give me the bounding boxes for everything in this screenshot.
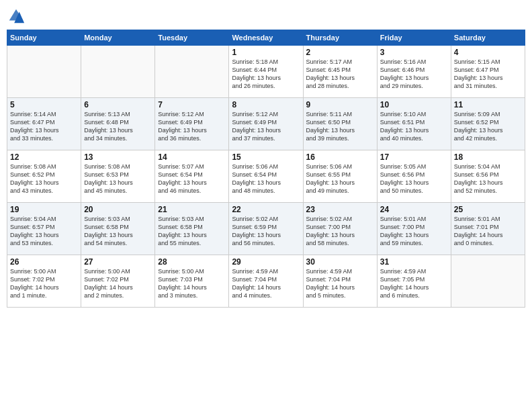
- weekday-header-wednesday: Wednesday: [229, 30, 303, 46]
- calendar-cell: 30Sunrise: 4:59 AM Sunset: 7:04 PM Dayli…: [303, 255, 377, 308]
- day-number: 18: [454, 152, 522, 162]
- calendar-cell: 31Sunrise: 4:59 AM Sunset: 7:05 PM Dayli…: [377, 255, 451, 308]
- day-info: Sunrise: 5:18 AM Sunset: 6:44 PM Dayligh…: [232, 58, 300, 91]
- day-info: Sunrise: 5:04 AM Sunset: 6:56 PM Dayligh…: [454, 163, 522, 195]
- day-info: Sunrise: 5:00 AM Sunset: 7:03 PM Dayligh…: [158, 267, 226, 300]
- day-info: Sunrise: 4:59 AM Sunset: 7:05 PM Dayligh…: [380, 267, 448, 300]
- day-number: 28: [158, 257, 226, 267]
- calendar-cell: 19Sunrise: 5:04 AM Sunset: 6:57 PM Dayli…: [7, 203, 81, 255]
- calendar-cell: [81, 46, 155, 98]
- calendar-cell: 21Sunrise: 5:03 AM Sunset: 6:58 PM Dayli…: [155, 203, 229, 255]
- calendar-cell: 28Sunrise: 5:00 AM Sunset: 7:03 PM Dayli…: [155, 255, 229, 308]
- calendar: SundayMondayTuesdayWednesdayThursdayFrid…: [7, 30, 525, 308]
- day-number: 23: [306, 205, 374, 214]
- calendar-cell: 29Sunrise: 4:59 AM Sunset: 7:04 PM Dayli…: [229, 255, 303, 308]
- calendar-cell: 1Sunrise: 5:18 AM Sunset: 6:44 PM Daylig…: [229, 46, 303, 98]
- day-number: 29: [232, 257, 300, 267]
- day-info: Sunrise: 5:06 AM Sunset: 6:54 PM Dayligh…: [232, 163, 300, 195]
- calendar-cell: 14Sunrise: 5:07 AM Sunset: 6:54 PM Dayli…: [155, 150, 229, 203]
- calendar-cell: 25Sunrise: 5:01 AM Sunset: 7:01 PM Dayli…: [451, 203, 525, 255]
- day-info: Sunrise: 4:59 AM Sunset: 7:04 PM Dayligh…: [306, 267, 374, 300]
- calendar-cell: 8Sunrise: 5:12 AM Sunset: 6:49 PM Daylig…: [229, 98, 303, 150]
- calendar-cell: 23Sunrise: 5:02 AM Sunset: 7:00 PM Dayli…: [303, 203, 377, 255]
- calendar-cell: 7Sunrise: 5:12 AM Sunset: 6:49 PM Daylig…: [155, 98, 229, 150]
- day-number: 16: [306, 152, 374, 162]
- calendar-cell: 12Sunrise: 5:08 AM Sunset: 6:52 PM Dayli…: [7, 150, 81, 203]
- day-info: Sunrise: 5:07 AM Sunset: 6:54 PM Dayligh…: [158, 163, 226, 195]
- day-info: Sunrise: 5:12 AM Sunset: 6:49 PM Dayligh…: [158, 110, 226, 143]
- day-number: 17: [380, 152, 448, 162]
- day-number: 4: [454, 48, 522, 57]
- day-number: 13: [84, 152, 152, 162]
- day-info: Sunrise: 5:03 AM Sunset: 6:58 PM Dayligh…: [84, 215, 152, 248]
- day-number: 5: [10, 100, 78, 109]
- calendar-cell: 13Sunrise: 5:08 AM Sunset: 6:53 PM Dayli…: [81, 150, 155, 203]
- day-info: Sunrise: 5:03 AM Sunset: 6:58 PM Dayligh…: [158, 215, 226, 248]
- day-number: 31: [380, 257, 448, 267]
- day-info: Sunrise: 5:08 AM Sunset: 6:53 PM Dayligh…: [84, 163, 152, 195]
- day-number: 26: [10, 257, 78, 267]
- calendar-cell: 3Sunrise: 5:16 AM Sunset: 6:46 PM Daylig…: [377, 46, 451, 98]
- day-info: Sunrise: 5:14 AM Sunset: 6:47 PM Dayligh…: [10, 110, 78, 143]
- calendar-cell: 16Sunrise: 5:06 AM Sunset: 6:55 PM Dayli…: [303, 150, 377, 203]
- day-number: 21: [158, 205, 226, 214]
- day-info: Sunrise: 5:17 AM Sunset: 6:45 PM Dayligh…: [306, 58, 374, 91]
- day-info: Sunrise: 5:02 AM Sunset: 7:00 PM Dayligh…: [306, 215, 374, 248]
- weekday-header-tuesday: Tuesday: [155, 30, 229, 46]
- day-number: 27: [84, 257, 152, 267]
- calendar-cell: 18Sunrise: 5:04 AM Sunset: 6:56 PM Dayli…: [451, 150, 525, 203]
- calendar-cell: 22Sunrise: 5:02 AM Sunset: 6:59 PM Dayli…: [229, 203, 303, 255]
- day-number: 3: [380, 48, 448, 57]
- calendar-cell: 24Sunrise: 5:01 AM Sunset: 7:00 PM Dayli…: [377, 203, 451, 255]
- calendar-cell: 11Sunrise: 5:09 AM Sunset: 6:52 PM Dayli…: [451, 98, 525, 150]
- weekday-header-thursday: Thursday: [303, 30, 377, 46]
- day-info: Sunrise: 5:00 AM Sunset: 7:02 PM Dayligh…: [84, 267, 152, 300]
- day-number: 19: [10, 205, 78, 214]
- day-info: Sunrise: 5:04 AM Sunset: 6:57 PM Dayligh…: [10, 215, 78, 248]
- day-info: Sunrise: 5:15 AM Sunset: 6:47 PM Dayligh…: [454, 58, 522, 91]
- day-info: Sunrise: 5:16 AM Sunset: 6:46 PM Dayligh…: [380, 58, 448, 91]
- calendar-cell: 6Sunrise: 5:13 AM Sunset: 6:48 PM Daylig…: [81, 98, 155, 150]
- day-info: Sunrise: 5:10 AM Sunset: 6:51 PM Dayligh…: [380, 110, 448, 143]
- calendar-cell: [155, 46, 229, 98]
- calendar-cell: [451, 255, 525, 308]
- day-number: 11: [454, 100, 522, 109]
- day-info: Sunrise: 5:01 AM Sunset: 7:01 PM Dayligh…: [454, 215, 522, 248]
- day-number: 12: [10, 152, 78, 162]
- calendar-cell: 2Sunrise: 5:17 AM Sunset: 6:45 PM Daylig…: [303, 46, 377, 98]
- day-info: Sunrise: 5:09 AM Sunset: 6:52 PM Dayligh…: [454, 110, 522, 143]
- day-number: 7: [158, 100, 226, 109]
- day-number: 30: [306, 257, 374, 267]
- day-number: 2: [306, 48, 374, 57]
- day-number: 8: [232, 100, 300, 109]
- calendar-cell: 17Sunrise: 5:05 AM Sunset: 6:56 PM Dayli…: [377, 150, 451, 203]
- day-number: 6: [84, 100, 152, 109]
- day-number: 25: [454, 205, 522, 214]
- day-info: Sunrise: 4:59 AM Sunset: 7:04 PM Dayligh…: [232, 267, 300, 300]
- calendar-cell: 4Sunrise: 5:15 AM Sunset: 6:47 PM Daylig…: [451, 46, 525, 98]
- calendar-cell: 27Sunrise: 5:00 AM Sunset: 7:02 PM Dayli…: [81, 255, 155, 308]
- calendar-cell: 26Sunrise: 5:00 AM Sunset: 7:02 PM Dayli…: [7, 255, 81, 308]
- day-info: Sunrise: 5:01 AM Sunset: 7:00 PM Dayligh…: [380, 215, 448, 248]
- weekday-header-sunday: Sunday: [7, 30, 81, 46]
- day-number: 20: [84, 205, 152, 214]
- calendar-cell: 20Sunrise: 5:03 AM Sunset: 6:58 PM Dayli…: [81, 203, 155, 255]
- weekday-header-friday: Friday: [377, 30, 451, 46]
- day-info: Sunrise: 5:05 AM Sunset: 6:56 PM Dayligh…: [380, 163, 448, 195]
- weekday-header-saturday: Saturday: [451, 30, 525, 46]
- calendar-cell: 10Sunrise: 5:10 AM Sunset: 6:51 PM Dayli…: [377, 98, 451, 150]
- day-info: Sunrise: 5:08 AM Sunset: 6:52 PM Dayligh…: [10, 163, 78, 195]
- day-number: 24: [380, 205, 448, 214]
- day-info: Sunrise: 5:12 AM Sunset: 6:49 PM Dayligh…: [232, 110, 300, 143]
- day-number: 15: [232, 152, 300, 162]
- calendar-cell: 5Sunrise: 5:14 AM Sunset: 6:47 PM Daylig…: [7, 98, 81, 150]
- day-number: 22: [232, 205, 300, 214]
- day-info: Sunrise: 5:06 AM Sunset: 6:55 PM Dayligh…: [306, 163, 374, 195]
- day-info: Sunrise: 5:11 AM Sunset: 6:50 PM Dayligh…: [306, 110, 374, 143]
- calendar-cell: 15Sunrise: 5:06 AM Sunset: 6:54 PM Dayli…: [229, 150, 303, 203]
- calendar-cell: 9Sunrise: 5:11 AM Sunset: 6:50 PM Daylig…: [303, 98, 377, 150]
- day-number: 1: [232, 48, 300, 57]
- day-number: 9: [306, 100, 374, 109]
- day-info: Sunrise: 5:02 AM Sunset: 6:59 PM Dayligh…: [232, 215, 300, 248]
- day-info: Sunrise: 5:00 AM Sunset: 7:02 PM Dayligh…: [10, 267, 78, 300]
